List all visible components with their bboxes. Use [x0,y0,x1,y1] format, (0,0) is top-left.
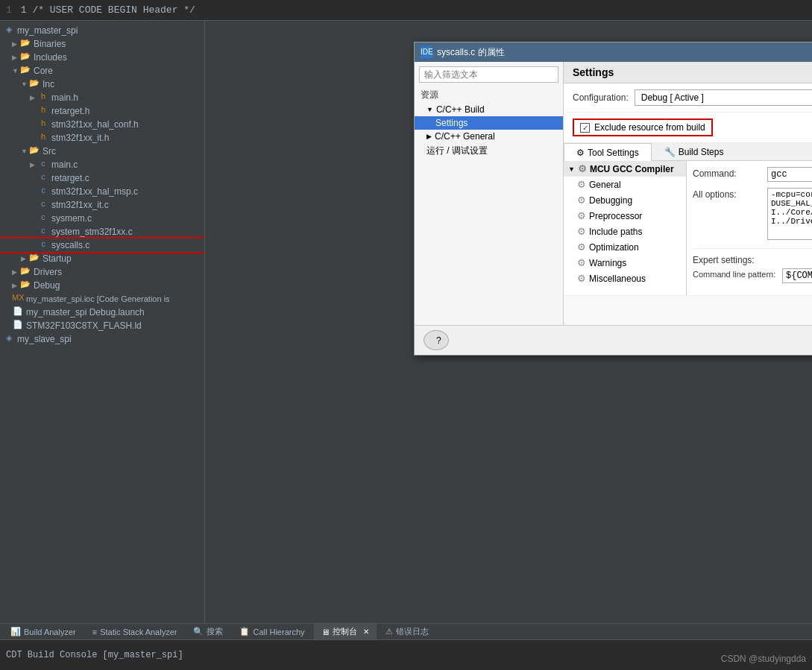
tree-item-system-c[interactable]: c system_stm32f1xx.c [0,225,204,238]
tool-label: Warnings [589,258,626,268]
nav-item-cpp-general[interactable]: ▶ C/C++ General [415,130,563,143]
editor-area: IDE syscalls.c 的属性 ─ □ ✕ 资源 [205,21,812,623]
bottom-tab-build-analyzer[interactable]: 📊 Build Analyzer [3,624,84,639]
all-options-textarea[interactable]: -mcpu=cortex-m3 -std=gnu11 -g3 -DDEBUG -… [767,188,812,240]
config-dropdown[interactable]: Debug [ Active ] [635,89,812,106]
tool-item-include-paths[interactable]: ⚙ Include paths [564,224,686,239]
nav-item-run-debug[interactable]: 运行 / 调试设置 [415,143,563,159]
tool-item-general[interactable]: ⚙ General [564,177,686,192]
cmdline-value-container [782,268,812,283]
properties-panel: Command: All options: -mcpu=corte [687,161,812,295]
folder-icon: 📂 [19,51,31,63]
tree-item-stm-it-h[interactable]: h stm32f1xx_it.h [0,131,204,145]
nav-run-debug-label: 运行 / 调试设置 [427,145,488,157]
tool-item-warnings[interactable]: ⚙ Warnings [564,255,686,271]
project-icon: ◈ [3,333,15,345]
tool-item-mcu-gcc[interactable]: ▼ ⚙ MCU GCC Compiler [564,161,686,177]
tree-item-ld[interactable]: 📄 STM32F103C8TX_FLASH.ld [0,319,204,332]
tool-item-optimization[interactable]: ⚙ Optimization [564,239,686,255]
arrow-icon: ▶ [21,255,28,262]
file-label: system_stm32f1xx.c [51,227,133,237]
exclude-checkbox[interactable]: ✓ [580,123,590,133]
tree-item-main-h[interactable]: ▶ h main.h [0,91,204,104]
code-text: 1 /* USER CODE BEGIN Header */ [21,4,195,16]
exclude-checkbox-box[interactable]: ✓ Exclude resource from build [573,118,713,136]
tree-item-slave[interactable]: ◈ my_slave_spi [0,332,204,346]
tree-item-launch[interactable]: 📄 my_master_spi Debug.launch [0,306,204,319]
cmdline-input[interactable] [782,268,812,283]
tool-item-miscellaneous[interactable]: ⚙ Miscellaneous [564,271,686,286]
tree-item-main-c[interactable]: ▶ c main.c [0,158,204,171]
tree-item-stm-it-c[interactable]: c stm32f1xx_it.c [0,198,204,212]
binaries-label: Binaries [34,39,66,49]
command-row: Command: [693,167,812,182]
tool-label: Preprocessor [589,211,642,221]
arrow-icon: ▼ [21,80,28,88]
nav-item-cpp-build[interactable]: ▼ C/C++ Build [415,103,563,116]
gear-icon: ⚙ [577,226,586,237]
console-text: CDT Build Console [my_master_spi] [6,650,183,660]
expand-icon: ▼ [568,165,575,173]
tool-label: MCU GCC Compiler [590,164,674,174]
tree-item-hal-conf-h[interactable]: h stm32f1xx_hal_conf.h [0,118,204,131]
file-label: stm32f1xx_hal_msp.c [51,186,138,197]
filter-input[interactable] [419,66,558,83]
expert-settings-section: Expert settings: Command line pattern: [693,248,812,283]
config-label: Configuration: [573,92,629,103]
file-label: stm32f1xx_it.h [51,133,109,143]
bottom-tab-error-log[interactable]: ⚠ 错误日志 [378,624,436,639]
tool-tree: ▼ ⚙ MCU GCC Compiler ⚙ General ⚙ [564,161,687,295]
tree-item-debug[interactable]: ▶ 📂 Debug [0,279,204,292]
bottom-tab-static-stack[interactable]: ≡ Static Stack Analyzer [85,624,185,639]
console-close-icon[interactable]: ✕ [363,628,369,636]
file-icon: 📄 [12,306,24,318]
tree-item-binaries[interactable]: ▶ 📂 Binaries [0,37,204,51]
dialog-right-panel: Settings Configuration: Debug [ Active ]… [564,62,812,325]
dialog-body: 资源 ▼ C/C++ Build Settings ▶ C/C++ Genera… [415,62,812,325]
watermark: CSDN @studyingdda [721,654,806,664]
tree-item-src[interactable]: ▼ 📂 Src [0,145,204,158]
dialog-title-icon: IDE [421,46,432,58]
tree-item-drivers[interactable]: ▶ 📂 Drivers [0,265,204,279]
bottom-tab-console[interactable]: 🖥 控制台 ✕ [314,624,377,639]
tool-settings-tab-label: Tool Settings [588,148,639,158]
file-label: stm32f1xx_hal_conf.h [51,119,139,130]
tree-item-retarget-h[interactable]: h retarget.h [0,104,204,118]
command-label: Command: [693,167,767,179]
help-button[interactable]: ? [424,330,449,350]
file-icon: c [37,239,49,251]
build-steps-tab-icon: 🔧 [664,147,676,157]
folder-icon: 📂 [28,145,40,157]
tab-tool-settings[interactable]: ⚙ Tool Settings [564,143,652,161]
settings-content: ▼ ⚙ MCU GCC Compiler ⚙ General ⚙ [564,161,812,295]
exclude-area: ✓ Exclude resource from build [564,113,812,143]
tree-item-retarget-c[interactable]: c retarget.c [0,171,204,185]
arrow-icon: ▶ [12,54,19,61]
command-input[interactable] [767,167,812,182]
bottom-tab-search[interactable]: 🔍 搜索 [186,624,230,639]
tree-item-project[interactable]: ◈ my_master_spi [0,24,204,37]
tree-item-core[interactable]: ▼ 📂 Core [0,64,204,78]
core-label: Core [34,66,53,76]
folder-icon: 📂 [19,266,31,278]
bottom-tab-call-hierarchy[interactable]: 📋 Call Hierarchy [232,624,312,639]
file-icon: MX [12,293,24,305]
tree-item-inc[interactable]: ▼ 📂 Inc [0,78,204,91]
tool-item-debugging[interactable]: ⚙ Debugging [564,192,686,208]
project-label: my_master_spi [17,25,78,36]
tree-item-syscalls-c[interactable]: c syscalls.c [0,238,204,252]
tree-item-sysmem-c[interactable]: c sysmem.c [0,212,204,225]
search-label: 搜索 [207,626,223,637]
arrow-icon: ▼ [12,67,19,75]
tree-item-hal-msp-c[interactable]: c stm32f1xx_hal_msp.c [0,185,204,198]
tree-item-includes[interactable]: ▶ 📂 Includes [0,51,204,64]
tree-item-startup[interactable]: ▶ 📂 Startup [0,252,204,265]
tree-item-ioc[interactable]: MX my_master_spi.ioc [Code Generation is [0,292,204,306]
dialog-footer: ? 应用并关闭 取消 [415,325,812,355]
arrow-icon: ▼ [21,148,28,155]
tab-build-steps[interactable]: 🔧 Build Steps [652,143,737,160]
nav-item-settings[interactable]: Settings [415,116,563,130]
tool-item-preprocessor[interactable]: ⚙ Preprocessor [564,208,686,224]
nav-cpp-build-label: C/C++ Build [436,104,485,115]
file-icon: h [37,92,49,104]
